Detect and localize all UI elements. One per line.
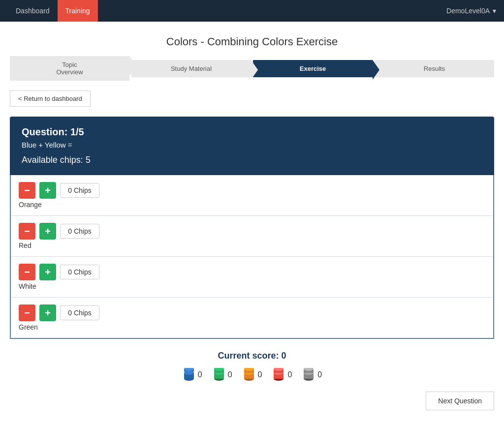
coin-stack-red-icon [272,368,285,382]
coin-item-red: 0 [272,368,292,382]
white-minus-button[interactable]: − [19,264,35,280]
white-plus-button[interactable]: + [39,264,56,280]
red-minus-button[interactable]: − [19,223,35,240]
chip-row-orange-controls: − + 0 Chips [19,182,99,199]
green-minus-button[interactable]: − [19,304,35,321]
green-plus-button[interactable]: + [39,304,56,321]
step-topic-overview[interactable]: TopicOverview [10,56,129,81]
chips-container: − + 0 Chips Orange − + 0 Chips Red [10,175,494,339]
chip-row-green: − + 0 Chips Green [11,298,493,338]
coin-gray-count: 0 [317,370,322,379]
white-chip-count: 0 Chips [60,265,99,279]
coin-stack-gray-icon [302,368,315,382]
navbar: Dashboard Training DemoLevel0A ▾ [0,0,504,22]
coin-stack-blue-icon [182,368,196,382]
red-plus-button[interactable]: + [39,223,56,240]
orange-chip-count: 0 Chips [60,183,99,198]
coin-stack-orange-icon [242,368,256,382]
green-chip-count: 0 Chips [60,305,99,320]
orange-minus-button[interactable]: − [19,182,35,199]
chip-row-green-inner: − + 0 Chips Green [19,304,99,331]
chip-row-green-controls: − + 0 Chips [19,304,99,321]
question-box: Question: 1/5 Blue + Yellow = Available … [10,117,494,175]
navbar-left: Dashboard Training [8,0,98,22]
coin-item-green: 0 [212,368,232,382]
coin-item-orange: 0 [242,368,262,382]
step-results[interactable]: Results [375,60,494,77]
chip-row-orange: − + 0 Chips Orange [11,175,493,216]
step-study-material[interactable]: Study Material [131,60,251,77]
chip-row-white-controls: − + 0 Chips [19,264,99,280]
red-chip-count: 0 Chips [60,224,99,239]
chip-row-orange-inner: − + 0 Chips Orange [19,182,99,209]
coin-item-gray: 0 [302,368,322,382]
coin-blue-count: 0 [198,370,202,379]
orange-color-label: Orange [19,201,99,209]
coin-row: 0 0 [0,368,504,382]
return-to-dashboard-button[interactable]: < Return to dashboard [10,91,91,107]
green-color-label: Green [19,323,99,331]
progress-bar: TopicOverview Study Material Exercise Re… [10,56,494,81]
next-question-button[interactable]: Next Question [426,392,494,410]
question-number: Question: 1/5 [22,126,482,138]
available-chips-label: Available chips: 5 [22,155,482,165]
chip-row-white-inner: − + 0 Chips White [19,264,99,290]
chip-row-red: − + 0 Chips Red [11,216,493,257]
orange-plus-button[interactable]: + [39,182,56,199]
chip-row-red-controls: − + 0 Chips [19,223,99,240]
nav-dashboard[interactable]: Dashboard [8,0,58,22]
nav-training[interactable]: Training [58,0,98,22]
user-label: DemoLevel0A [446,7,490,15]
main-content: Colors - Combining Colors Exercise Topic… [0,22,504,425]
chip-row-red-inner: − + 0 Chips Red [19,223,99,249]
step-exercise[interactable]: Exercise [253,60,373,77]
user-menu[interactable]: DemoLevel0A ▾ [446,7,496,15]
red-color-label: Red [19,242,99,249]
current-score-label: Current score: 0 [0,351,504,361]
chevron-down-icon: ▾ [493,7,496,15]
white-color-label: White [19,282,99,290]
question-equation: Blue + Yellow = [22,141,482,149]
score-section: Current score: 0 0 [0,351,504,382]
coin-green-count: 0 [228,370,232,379]
next-btn-row: Next Question [10,392,494,410]
coin-stack-green-icon [212,368,226,382]
coin-red-count: 0 [287,370,292,379]
coin-orange-count: 0 [258,370,262,379]
coin-item-blue: 0 [182,368,202,382]
chip-row-white: − + 0 Chips White [11,257,493,298]
page-title: Colors - Combining Colors Exercise [0,22,504,56]
